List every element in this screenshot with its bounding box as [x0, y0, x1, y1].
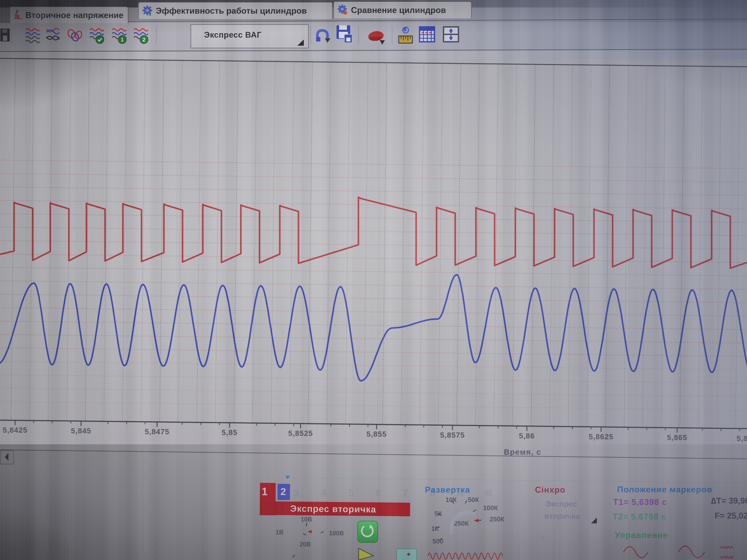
- svg-text:Время, с: Время, с: [504, 448, 541, 456]
- svg-text:5,845: 5,845: [71, 427, 91, 435]
- svg-text:5,865: 5,865: [667, 433, 687, 442]
- svg-text:5,8525: 5,8525: [288, 429, 313, 437]
- svg-text:5,8425: 5,8425: [3, 426, 28, 434]
- svg-text:5,8625: 5,8625: [589, 432, 614, 441]
- svg-text:5,8475: 5,8475: [145, 427, 170, 436]
- svg-text:5,86: 5,86: [519, 432, 535, 440]
- svg-text:5,85: 5,85: [222, 428, 237, 437]
- svg-text:5,855: 5,855: [366, 430, 387, 438]
- svg-text:5,8675: 5,8675: [737, 434, 747, 443]
- svg-text:5,8575: 5,8575: [440, 431, 465, 439]
